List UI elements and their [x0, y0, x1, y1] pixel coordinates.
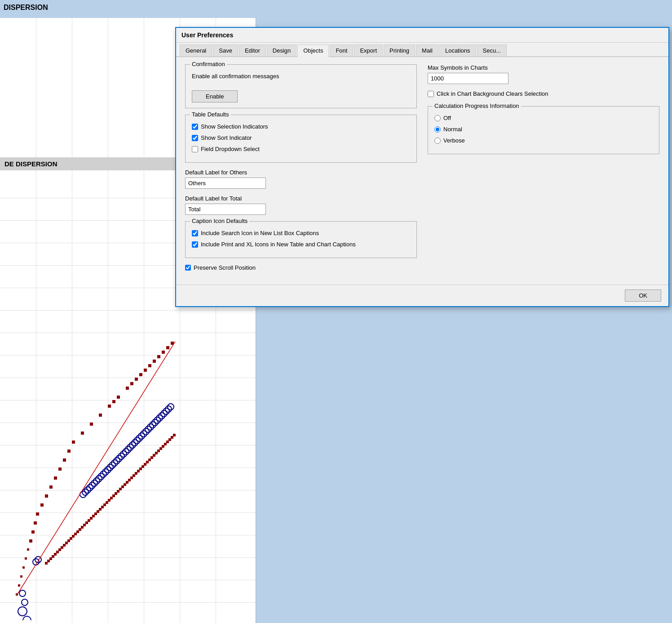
verbose-radio-row: Verbose [434, 137, 653, 144]
svg-rect-28 [29, 539, 32, 543]
normal-radio-row: Normal [434, 126, 653, 133]
svg-rect-12 [112, 400, 115, 403]
table-defaults-group: Table Defaults Show Selection Indicators… [185, 115, 417, 163]
preserve-scroll-label: Preserve Scroll Position [194, 264, 256, 271]
svg-rect-25 [36, 512, 39, 516]
include-search-checkbox[interactable] [192, 230, 198, 236]
svg-rect-19 [63, 458, 66, 462]
others-input[interactable] [185, 178, 266, 189]
svg-rect-1 [130, 382, 133, 385]
field-dropdown-checkbox[interactable] [192, 146, 198, 152]
tab-general[interactable]: General [180, 44, 212, 56]
svg-rect-8 [162, 351, 165, 354]
others-label-text: Default Label for Others [185, 169, 417, 176]
main-two-col: Confirmation Enable all confirmation mes… [185, 64, 659, 277]
show-sort-label: Show Sort Indicator [201, 134, 252, 141]
ok-button[interactable]: OK [625, 289, 661, 302]
off-radio[interactable] [434, 115, 441, 121]
table-defaults-label: Table Defaults [190, 111, 230, 118]
off-label: Off [443, 115, 451, 121]
svg-point-138 [23, 616, 31, 620]
tab-save[interactable]: Save [213, 44, 238, 56]
svg-rect-34 [16, 593, 18, 596]
svg-rect-23 [45, 494, 48, 498]
tab-objects[interactable]: Objects [297, 44, 329, 57]
svg-rect-32 [20, 575, 22, 578]
svg-rect-15 [90, 423, 93, 426]
svg-rect-0 [126, 387, 129, 390]
include-print-row: Include Print and XL Icons in New Table … [192, 241, 410, 248]
tab-design[interactable]: Design [267, 44, 296, 56]
show-sort-checkbox[interactable] [192, 135, 198, 141]
verbose-radio[interactable] [434, 138, 441, 144]
default-label-others-section: Default Label for Others [185, 169, 417, 189]
confirmation-content: Enable all confirmation messages Enable [192, 73, 410, 102]
total-input[interactable] [185, 204, 266, 215]
tab-export[interactable]: Export [354, 44, 383, 56]
confirmation-group-label: Confirmation [190, 61, 227, 67]
dispersion-title-1: DISPERSION [4, 4, 48, 12]
svg-rect-92 [173, 434, 176, 436]
svg-rect-26 [34, 521, 37, 525]
dialog-title: User Preferences [181, 31, 233, 39]
dialog-content: Confirmation Enable all confirmation mes… [176, 57, 668, 285]
include-print-label: Include Print and XL Icons in New Table … [201, 241, 356, 248]
tab-mail[interactable]: Mail [416, 44, 438, 56]
svg-rect-11 [117, 396, 120, 399]
left-column: Confirmation Enable all confirmation mes… [185, 64, 417, 277]
show-selection-checkbox[interactable] [192, 124, 198, 130]
show-sort-row: Show Sort Indicator [192, 134, 410, 141]
svg-rect-18 [67, 449, 71, 453]
svg-rect-17 [72, 441, 75, 444]
tab-printing[interactable]: Printing [384, 44, 415, 56]
svg-line-140 [18, 342, 175, 593]
include-print-checkbox[interactable] [192, 241, 198, 248]
caption-icon-defaults-label: Caption Icon Defaults [190, 218, 249, 224]
svg-rect-13 [108, 405, 111, 408]
svg-rect-2 [135, 378, 138, 381]
calculation-progress-group: Calculation Progress Information Off Nor… [428, 106, 659, 154]
svg-rect-29 [27, 548, 29, 551]
svg-rect-30 [25, 557, 27, 560]
calculation-progress-label: Calculation Progress Information [433, 102, 521, 109]
tabs-container: General Save Editor Design Objects Font … [176, 43, 668, 57]
click-in-chart-label: Click in Chart Background Clears Selecti… [437, 90, 548, 97]
svg-rect-20 [58, 467, 62, 471]
click-in-chart-row: Click in Chart Background Clears Selecti… [428, 90, 659, 97]
include-search-row: Include Search Icon in New List Box Capt… [192, 230, 410, 236]
show-selection-label: Show Selection Indicators [201, 123, 268, 130]
normal-label: Normal [443, 126, 462, 133]
confirmation-group: Confirmation Enable all confirmation mes… [185, 64, 417, 108]
max-symbols-section: Max Symbols in Charts [428, 64, 659, 84]
preserve-scroll-row: Preserve Scroll Position [185, 264, 417, 271]
table-defaults-content: Show Selection Indicators Show Sort Indi… [192, 123, 410, 152]
tab-security[interactable]: Secu... [477, 44, 507, 56]
default-label-total-section: Default Label for Total [185, 195, 417, 215]
svg-rect-16 [81, 432, 84, 435]
enable-button[interactable]: Enable [192, 90, 238, 102]
svg-point-137 [18, 607, 27, 616]
normal-radio[interactable] [434, 126, 441, 133]
tab-font[interactable]: Font [330, 44, 353, 56]
right-column: Max Symbols in Charts Click in Chart Bac… [428, 64, 659, 160]
svg-rect-5 [148, 364, 151, 367]
verbose-label: Verbose [443, 137, 465, 144]
user-preferences-dialog: User Preferences General Save Editor Des… [175, 27, 669, 307]
svg-rect-31 [22, 566, 25, 569]
svg-rect-9 [166, 346, 169, 349]
tab-editor[interactable]: Editor [239, 44, 266, 56]
svg-rect-21 [54, 476, 57, 480]
field-dropdown-row: Field Dropdown Select [192, 146, 410, 152]
dialog-footer: OK [176, 285, 668, 306]
show-selection-row: Show Selection Indicators [192, 123, 410, 130]
caption-icon-content: Include Search Icon in New List Box Capt… [192, 230, 410, 248]
off-radio-row: Off [434, 115, 653, 121]
preserve-scroll-checkbox[interactable] [185, 265, 191, 271]
max-symbols-input[interactable] [428, 73, 508, 84]
svg-rect-6 [153, 360, 156, 363]
field-dropdown-label: Field Dropdown Select [201, 146, 260, 152]
tab-locations[interactable]: Locations [439, 44, 476, 56]
calculation-progress-content: Off Normal Verbose [434, 115, 653, 144]
svg-rect-14 [99, 414, 102, 417]
click-in-chart-checkbox[interactable] [428, 91, 434, 97]
